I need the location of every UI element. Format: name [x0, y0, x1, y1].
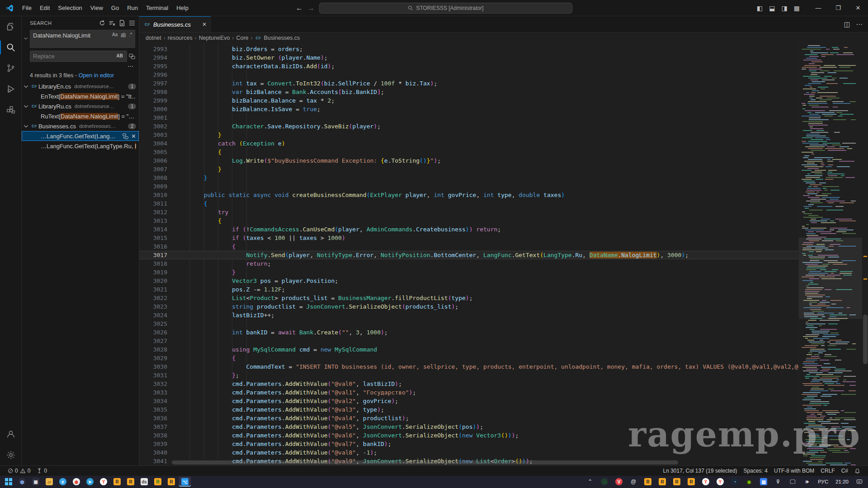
code-line-3039[interactable]: 3039 cmd.Parameters.AddWithValue("@val7"… [139, 440, 798, 448]
restore-button[interactable]: ❐ [828, 0, 848, 16]
code-line-3016[interactable]: 3016 { [139, 242, 798, 251]
code-line-3017[interactable]: 3017 Notify.Send(player, NotifyType.Erro… [139, 251, 798, 259]
code-line-3026[interactable]: 3026 int bankID = await Bank.Create("", … [139, 328, 798, 337]
clear-icon[interactable] [109, 20, 115, 26]
vertical-scrollbar[interactable] [862, 43, 868, 465]
tray-shield-app[interactable]: V [613, 477, 625, 487]
toggle-sidebar-icon[interactable]: ◧ [755, 3, 765, 13]
code-line-3002[interactable]: 3002 Character.Save.Repository.SaveBiz(p… [139, 122, 798, 131]
result-file-LibraryRu.cs[interactable]: C#LibraryRu.csdotnet\resource…1 [22, 101, 139, 111]
code-line-3014[interactable]: 3014 if (!CommandsAccess.CanUseCmd(playe… [139, 225, 798, 234]
menu-edit[interactable]: Edit [36, 3, 54, 13]
3ds-app[interactable]: ds [138, 477, 150, 487]
code-line-3028[interactable]: 3028 using MySqlCommand cmd = new MySqlC… [139, 345, 798, 354]
result-file-Businesses.cs[interactable]: C#Businesses.csdotnet\resourc…2 [22, 121, 139, 131]
taskbar-browser[interactable]: ◍ [16, 477, 28, 487]
code-line-3001[interactable]: 3001 [139, 113, 798, 122]
menu-terminal[interactable]: Terminal [142, 3, 172, 13]
result-match[interactable]: EnText[DataName.NalogLimit] = "It… [22, 91, 139, 101]
task-view-button[interactable]: ▣ [30, 477, 42, 487]
tray-nvidia[interactable]: ◉ [743, 477, 755, 487]
tray-steam[interactable]: ◔ [729, 477, 741, 487]
code-line-3030[interactable]: 3030 CommandText = "INSERT INTO business… [139, 362, 798, 371]
toggle-search-details[interactable]: ⋯ [22, 62, 139, 70]
breadcrumb-neptuneevo[interactable]: NeptuneEvo [199, 35, 230, 41]
scrollbar-thumb[interactable] [863, 314, 868, 364]
rage-mp-3[interactable]: R [152, 477, 164, 487]
result-match[interactable]: …LangFunc.GetText(LangType.Ru, D… [22, 141, 139, 151]
tray-mail-app[interactable]: @ [627, 477, 639, 487]
code-line-3009[interactable]: 3009 [139, 182, 798, 191]
network-icon[interactable]: 🖵 [787, 477, 798, 487]
breadcrumb-resources[interactable]: resources [168, 35, 193, 41]
activity-accounts[interactable] [0, 424, 22, 445]
tray-rage-1[interactable]: R [642, 477, 654, 487]
breadcrumb-businesses.cs[interactable]: C#Businesses.cs [255, 35, 300, 41]
rage-mp-1[interactable]: R [111, 477, 123, 487]
code-line-3033[interactable]: 3033 cmd.Parameters.AddWithValue("@val1"… [139, 388, 798, 397]
breadcrumb-dotnet[interactable]: dotnet [146, 35, 161, 41]
start-button[interactable] [3, 477, 14, 487]
history-forward-button[interactable]: → [307, 4, 315, 12]
result-match[interactable]: RuText[DataName.NalogLimit] = "… [22, 111, 139, 121]
code-line-3012[interactable]: 3012 try [139, 208, 798, 216]
rage-mp-4[interactable]: R [165, 477, 177, 487]
rage-mp-2[interactable]: R [125, 477, 137, 487]
vscode[interactable]: ⌥ [179, 477, 191, 487]
code-editor[interactable]: 2993 biz.Orders = orders;2994 biz.SetOwn… [139, 43, 868, 465]
tray-green-app[interactable]: ◌ [599, 477, 610, 487]
code-line-3008[interactable]: 3008 } [139, 174, 798, 182]
new-search-editor-icon[interactable] [119, 20, 125, 26]
activity-settings[interactable] [0, 445, 22, 465]
code-line-3035[interactable]: 3035 cmd.Parameters.AddWithValue("@val3"… [139, 405, 798, 414]
code-line-3013[interactable]: 3013 { [139, 216, 798, 225]
code-line-3040[interactable]: 3040 cmd.Parameters.AddWithValue("@val8"… [139, 448, 798, 457]
code-line-3000[interactable]: 3000 bizBalance.IsSave = true; [139, 105, 798, 113]
result-file-LibraryEn.cs[interactable]: C#LibraryEn.csdotnet\resource…1 [22, 81, 139, 91]
replace-input[interactable]: Replace AB [30, 51, 127, 62]
notification-center-icon[interactable] [854, 477, 865, 487]
hidden-icons-chevron[interactable]: ⌃ [584, 477, 596, 487]
code-line-2998[interactable]: 2998 var bizBalance = Bank.Accounts[biz.… [139, 88, 798, 96]
editor-more-actions-icon[interactable]: ⋯ [856, 20, 863, 28]
notifications-bell[interactable] [851, 466, 863, 476]
menu-selection[interactable]: Selection [54, 3, 86, 13]
code-line-2993[interactable]: 2993 biz.Orders = orders; [139, 45, 798, 53]
code-line-3011[interactable]: 3011 { [139, 199, 798, 208]
split-editor-icon[interactable]: ◫ [844, 20, 850, 28]
breadcrumb-core[interactable]: Core [236, 35, 248, 41]
code-line-3032[interactable]: 3032 cmd.Parameters.AddWithValue("@val0"… [139, 380, 798, 388]
encoding-setting[interactable]: UTF-8 with BOM [771, 466, 817, 476]
tab-close-icon[interactable]: ✕ [202, 21, 207, 28]
search-input[interactable]: DataName.NalogLimit Aa ab .* [30, 30, 135, 48]
open-in-editor-link[interactable]: Open in editor [79, 72, 114, 79]
edge-browser[interactable]: e [57, 477, 69, 487]
code-line-3034[interactable]: 3034 cmd.Parameters.AddWithValue("@val2"… [139, 397, 798, 405]
code-line-3024[interactable]: 3024 lastBizID++; [139, 311, 798, 319]
code-line-2999[interactable]: 2999 bizBalance.Balance = tax * 2; [139, 96, 798, 105]
toggle-replace-chevron[interactable] [24, 30, 30, 62]
menu-run[interactable]: Run [123, 3, 142, 13]
code-line-3038[interactable]: 3038 cmd.Parameters.AddWithValue("@val6"… [139, 431, 798, 440]
minimap[interactable] [798, 43, 862, 465]
code-line-3019[interactable]: 3019 } [139, 268, 798, 277]
view-as-tree-icon[interactable] [129, 20, 135, 26]
code-line-3010[interactable]: 3010 public static async void createBusi… [139, 191, 798, 199]
code-line-3018[interactable]: 3018 return; [139, 259, 798, 268]
replace-match-icon[interactable] [123, 133, 128, 139]
activity-run-debug[interactable] [0, 79, 22, 99]
code-line-3003[interactable]: 3003 } [139, 131, 798, 139]
tray-blue-app[interactable]: ▤ [758, 477, 769, 487]
tray-rage-3[interactable]: R [671, 477, 683, 487]
command-center-search[interactable]: STORIESSS [Administrator] [319, 3, 572, 14]
code-line-3020[interactable]: 3020 Vector3 pos = player.Position; [139, 277, 798, 285]
code-line-2996[interactable]: 2996 [139, 70, 798, 79]
dismiss-match-icon[interactable]: ✕ [131, 133, 136, 140]
code-line-2994[interactable]: 2994 biz.SetOwner (player.Name); [139, 53, 798, 62]
toggle-secondary-sidebar-icon[interactable]: ◨ [779, 3, 790, 13]
history-back-button[interactable]: ← [296, 4, 303, 12]
telegram[interactable]: ➤ [84, 477, 96, 487]
tray-rage-2[interactable]: R [656, 477, 668, 487]
replace-all-icon[interactable] [129, 53, 135, 60]
activity-search[interactable] [0, 37, 22, 58]
